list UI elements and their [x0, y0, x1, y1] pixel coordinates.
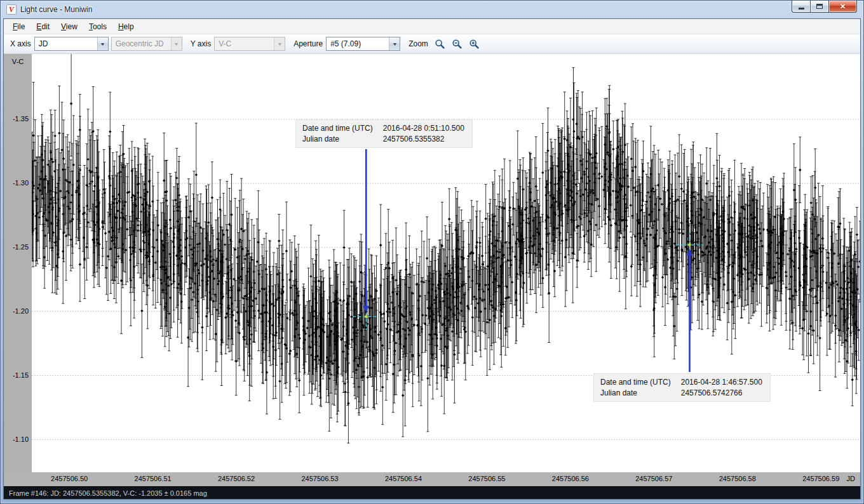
- app-icon: V: [6, 4, 17, 15]
- y-tick-label: -1.25: [13, 243, 29, 251]
- zoom-fit-button[interactable]: [432, 36, 448, 51]
- tooltip-value: 2457506.5742766: [681, 388, 762, 397]
- zoom-fit-icon: [435, 39, 445, 50]
- data-tooltip: Date and time (UTC) 2016-04-28 1:46:57.5…: [593, 373, 771, 402]
- chart-area: V-C -1.35-1.30-1.25-1.20-1.15-1.10 JD 24…: [4, 54, 860, 486]
- plot-area[interactable]: Date and time (UTC) 2016-04-28 0:51:10.5…: [32, 54, 860, 472]
- x-tick-label: 2457506.56: [542, 475, 599, 482]
- aperture-label: Aperture: [294, 39, 323, 48]
- chevron-glyph: ▼: [277, 42, 283, 46]
- maximize-button[interactable]: [810, 1, 828, 13]
- app-icon-letter: V: [9, 6, 14, 13]
- zoom-in-icon: [469, 39, 480, 50]
- window-controls: ✕: [792, 1, 857, 13]
- x-axis-label: X axis: [10, 39, 31, 48]
- y-axis: V-C -1.35-1.30-1.25-1.20-1.15-1.10: [4, 54, 32, 486]
- tooltip-label: Julian date: [302, 135, 373, 143]
- light-curve-plot[interactable]: [32, 54, 860, 472]
- y-axis-select: V-C ▼: [214, 37, 285, 51]
- x-tick-label: 2457506.54: [375, 475, 432, 482]
- menu-item-view[interactable]: View: [55, 20, 83, 34]
- x-axis-select[interactable]: JD ▼: [34, 37, 109, 51]
- x-tick-label: 2457506.58: [709, 475, 766, 482]
- y-axis-title: V-C: [4, 58, 32, 65]
- status-bar: Frame #146: JD: 2457506.5355382, V-C: -1…: [4, 486, 860, 499]
- zoom-out-icon: [452, 39, 462, 50]
- selected-point[interactable]: [365, 315, 368, 318]
- maximize-icon: [816, 4, 823, 9]
- x-tick-label: 2457506.51: [125, 475, 182, 482]
- minimize-button[interactable]: [792, 1, 810, 13]
- y-tick-label: -1.15: [13, 371, 29, 379]
- close-button[interactable]: ✕: [828, 1, 857, 13]
- x-tick-label: 2457506.55: [458, 475, 515, 482]
- menu-item-tools[interactable]: Tools: [83, 20, 112, 34]
- y-axis-label: Y axis: [191, 39, 211, 48]
- minimize-icon: [799, 8, 804, 10]
- menu-item-help[interactable]: Help: [112, 20, 140, 34]
- chevron-glyph: ▼: [173, 42, 179, 46]
- x-axis: JD 2457506.502457506.512457506.522457506…: [4, 472, 860, 486]
- y-axis-select-value: V-C: [215, 37, 274, 50]
- tooltip-label: Date and time (UTC): [302, 124, 373, 133]
- title-bar[interactable]: V Light curve - Muniwin ✕: [1, 1, 863, 18]
- x-axis-select-value: JD: [35, 37, 97, 50]
- menu-item-edit[interactable]: Edit: [30, 20, 55, 34]
- y-tick-label: -1.30: [13, 179, 29, 187]
- menu-bar: FileEditViewToolsHelp: [4, 19, 860, 34]
- x-tick-label: 2457506.52: [208, 475, 265, 482]
- tooltip-value: 2016-04-28 0:51:10.500: [383, 124, 464, 133]
- x-tick-label: 2457506.57: [625, 475, 682, 482]
- aperture-select-value: #5 (7.09): [327, 37, 389, 50]
- x-axis-secondary-value: Geocentric JD: [112, 37, 171, 50]
- chevron-down-icon[interactable]: ▼: [389, 37, 400, 50]
- chevron-down-icon[interactable]: ▼: [97, 37, 108, 50]
- y-tick-label: -1.35: [13, 115, 29, 123]
- y-tick-label: -1.20: [13, 307, 29, 315]
- x-tick-label: 2457506.53: [292, 475, 349, 482]
- chevron-down-icon: ▼: [274, 37, 285, 50]
- window-title: Light curve - Muniwin: [20, 5, 92, 14]
- chevron-glyph: ▼: [392, 42, 398, 46]
- data-tooltip: Date and time (UTC) 2016-04-28 0:51:10.5…: [295, 119, 473, 148]
- toolbar: X axis JD ▼ Geocentric JD ▼ Y axis V-C ▼…: [4, 34, 860, 54]
- zoom-label: Zoom: [408, 39, 428, 48]
- aperture-select[interactable]: #5 (7.09) ▼: [326, 37, 400, 51]
- tooltip-label: Date and time (UTC): [600, 378, 671, 387]
- tooltip-value: 2016-04-28 1:46:57.500: [681, 378, 762, 387]
- menu-item-file[interactable]: File: [7, 20, 30, 34]
- zoom-in-button[interactable]: [466, 36, 482, 51]
- x-tick-label: 2457506.59: [792, 475, 849, 482]
- selected-point[interactable]: [688, 243, 691, 246]
- tooltip-value: 2457506.5355382: [383, 135, 464, 143]
- x-tick-label: 2457506.50: [41, 475, 98, 482]
- window-content: FileEditViewToolsHelp X axis JD ▼ Geocen…: [3, 18, 861, 500]
- status-text: Frame #146: JD: 2457506.5355382, V-C: -1…: [9, 489, 207, 497]
- chevron-down-icon: ▼: [171, 37, 182, 50]
- chevron-glyph: ▼: [100, 42, 105, 46]
- zoom-out-button[interactable]: [449, 36, 465, 51]
- close-icon: ✕: [840, 3, 846, 10]
- x-axis-secondary-select: Geocentric JD ▼: [111, 37, 182, 51]
- y-tick-label: -1.10: [13, 435, 29, 443]
- tooltip-label: Julian date: [600, 388, 671, 397]
- app-window: V Light curve - Muniwin ✕ FileEditViewTo…: [0, 0, 864, 504]
